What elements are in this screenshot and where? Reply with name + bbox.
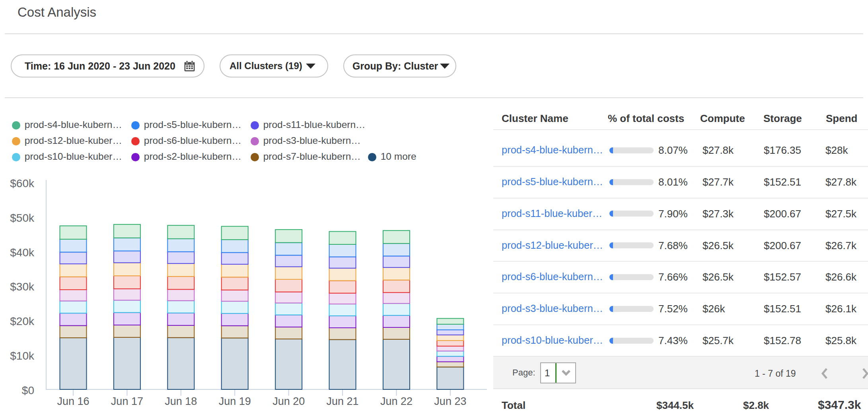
svg-text:Jun 18: Jun 18 <box>165 395 197 407</box>
svg-text:$50k: $50k <box>10 212 35 224</box>
svg-text:Jun 16: Jun 16 <box>57 395 89 407</box>
svg-text:Jun 21: Jun 21 <box>327 395 359 407</box>
svg-text:$60k: $60k <box>10 177 35 190</box>
svg-text:Jun 20: Jun 20 <box>272 395 305 407</box>
svg-text:Jun 19: Jun 19 <box>219 395 251 407</box>
svg-text:$10k: $10k <box>10 350 35 362</box>
svg-text:$40k: $40k <box>10 246 35 259</box>
svg-text:$30k: $30k <box>10 281 35 293</box>
svg-text:Jun 23: Jun 23 <box>434 395 466 407</box>
svg-text:$0: $0 <box>22 384 34 397</box>
svg-text:Jun 22: Jun 22 <box>380 395 413 407</box>
svg-text:Jun 17: Jun 17 <box>111 395 143 407</box>
svg-text:$20k: $20k <box>10 315 35 327</box>
